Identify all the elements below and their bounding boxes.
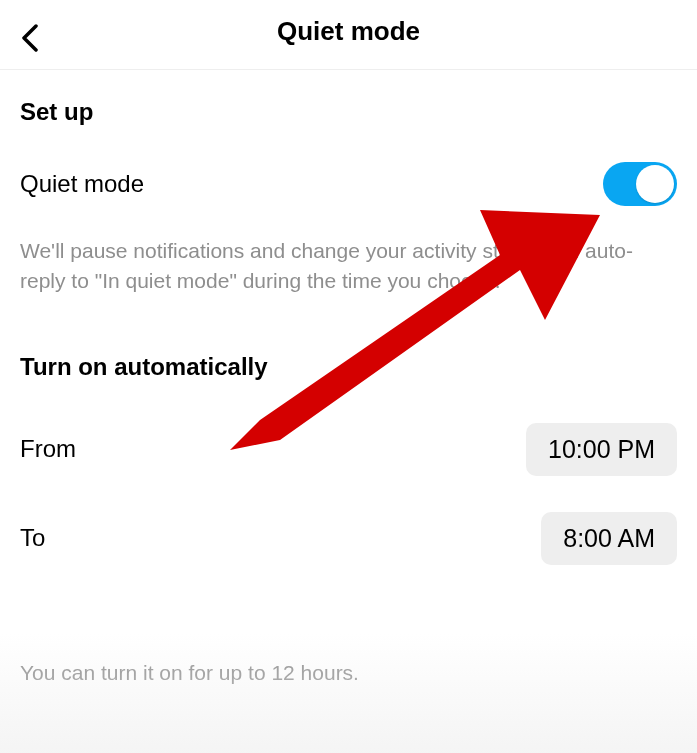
back-button[interactable] <box>10 18 50 58</box>
content: Set up Quiet mode We'll pause notificati… <box>0 70 697 565</box>
to-label: To <box>20 524 45 552</box>
bottom-fade <box>0 633 697 753</box>
from-label: From <box>20 435 76 463</box>
schedule-heading: Turn on automatically <box>20 353 677 381</box>
chevron-left-icon <box>20 24 40 52</box>
quiet-mode-toggle[interactable] <box>603 162 677 206</box>
toggle-knob <box>636 165 674 203</box>
duration-note: You can turn it on for up to 12 hours. <box>0 661 379 685</box>
to-time-picker[interactable]: 8:00 AM <box>541 512 677 565</box>
to-time-row: To 8:00 AM <box>20 512 677 565</box>
from-time-row: From 10:00 PM <box>20 423 677 476</box>
quiet-mode-toggle-row: Quiet mode <box>20 162 677 206</box>
quiet-mode-label: Quiet mode <box>20 170 144 198</box>
quiet-mode-description: We'll pause notifications and change you… <box>20 236 677 297</box>
setup-heading: Set up <box>20 98 677 126</box>
page-title: Quiet mode <box>20 16 677 47</box>
from-time-picker[interactable]: 10:00 PM <box>526 423 677 476</box>
header: Quiet mode <box>0 0 697 70</box>
